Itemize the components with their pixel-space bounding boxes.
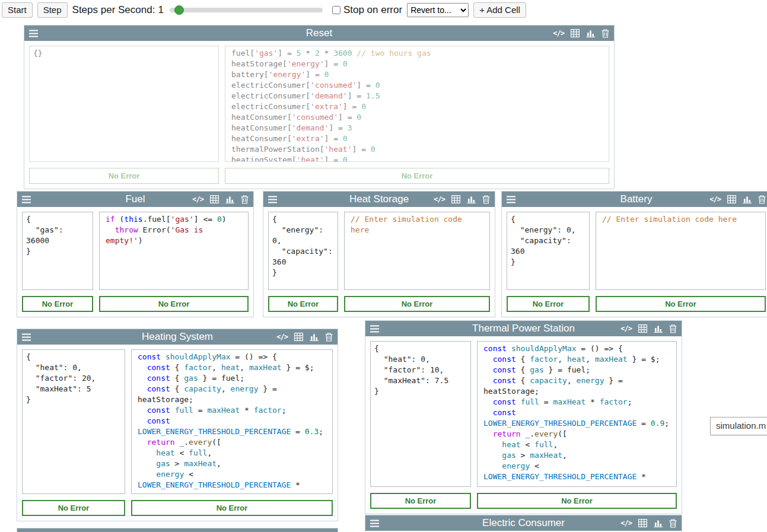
code-editor[interactable]: // Enter simulation code here xyxy=(344,212,490,290)
cell-header: Heat Storage </> xyxy=(263,192,495,207)
state-editor[interactable]: {} xyxy=(29,46,219,162)
add-cell-button[interactable]: + Add Cell xyxy=(473,2,526,18)
steps-per-second-value: 1 xyxy=(158,4,163,16)
drag-handle-icon[interactable] xyxy=(370,325,379,333)
code-view-icon[interactable]: </> xyxy=(553,29,564,37)
table-view-icon[interactable] xyxy=(638,324,647,333)
code-status: No Error xyxy=(225,168,609,184)
code-view-icon[interactable]: </> xyxy=(434,195,445,203)
table-view-icon[interactable] xyxy=(294,333,303,341)
drag-handle-icon[interactable] xyxy=(22,333,31,341)
header-actions: </> xyxy=(276,329,333,345)
state-editor[interactable]: { "gas": 36000 } xyxy=(22,212,93,290)
state-status: No Error xyxy=(29,168,219,184)
code-view-icon[interactable]: </> xyxy=(709,195,721,203)
drag-handle-icon[interactable] xyxy=(268,196,277,203)
state-editor[interactable]: { "heat": 0, "factor": 10, "maxHeat": 7.… xyxy=(370,341,471,487)
chart-view-icon[interactable] xyxy=(743,195,752,203)
cell-header: Battery </> xyxy=(502,192,767,207)
cell-thermal-power-station: Thermal Power Station </> { "heat": 0, "… xyxy=(365,320,682,514)
cell-fuel: Fuel </> { "gas": 36000 } if (this.fuel[… xyxy=(17,191,254,317)
stop-on-error-label: Stop on error xyxy=(343,4,402,16)
drag-handle-icon[interactable] xyxy=(507,196,515,203)
delete-cell-icon[interactable] xyxy=(669,519,677,528)
stop-on-error-checkbox[interactable] xyxy=(332,6,340,14)
cell-body: { "heat": 0, "factor": 20, "maxHeat": 5 … xyxy=(17,345,338,521)
cell-electric-consumer: Electric Consumer </> xyxy=(365,515,682,532)
delete-cell-icon[interactable] xyxy=(601,29,609,38)
chart-view-icon[interactable] xyxy=(654,519,663,527)
code-status: No Error xyxy=(596,296,766,312)
state-status: No Error xyxy=(22,296,93,312)
cell-header xyxy=(17,528,338,532)
cell-body: { "energy": 0, "capacity": 360 } // Ente… xyxy=(263,207,495,317)
table-view-icon[interactable] xyxy=(571,29,580,37)
code-editor[interactable]: if (this.fuel['gas'] <= 0) throw Error('… xyxy=(99,212,249,290)
code-editor[interactable]: const shouldApplyMax = () => { const { f… xyxy=(131,349,333,494)
stop-on-error-control: Stop on error xyxy=(332,4,402,16)
delete-cell-icon[interactable] xyxy=(241,195,249,204)
table-view-icon[interactable] xyxy=(638,519,647,527)
start-button[interactable]: Start xyxy=(2,2,33,18)
code-view-icon[interactable]: </> xyxy=(192,195,203,203)
drag-handle-icon[interactable] xyxy=(370,520,379,527)
chart-view-icon[interactable] xyxy=(654,324,663,333)
code-view-icon[interactable]: </> xyxy=(620,519,632,527)
table-view-icon[interactable] xyxy=(727,195,736,203)
drag-handle-icon[interactable] xyxy=(29,30,38,37)
toolbar: Start Step Steps per Second:1 Stop on er… xyxy=(0,0,767,20)
cell-header: Electric Consumer </> xyxy=(365,515,682,531)
cell-header: Thermal Power Station </> xyxy=(365,321,682,336)
steps-slider[interactable] xyxy=(170,5,323,15)
delete-cell-icon[interactable] xyxy=(669,324,677,333)
code-view-icon[interactable]: </> xyxy=(620,324,632,333)
slider-track xyxy=(170,8,323,12)
state-editor[interactable]: { "energy": 0, "capacity": 360 } xyxy=(268,212,338,290)
state-editor[interactable]: { "energy": 0, "capacity": 360 } xyxy=(507,212,590,290)
cell-body: {} fuel['gas'] = 5 * 2 * 3600 // two hou… xyxy=(24,41,614,189)
chart-view-icon[interactable] xyxy=(225,195,234,203)
cell-heat-storage: Heat Storage </> { "energy": 0, "capacit… xyxy=(263,191,495,317)
cell-body: { "heat": 0, "factor": 10, "maxHeat": 7.… xyxy=(365,336,682,514)
chart-view-icon[interactable] xyxy=(467,195,476,203)
steps-per-second-label: Steps per Second:1 xyxy=(72,4,164,16)
step-button[interactable]: Step xyxy=(37,2,68,18)
delete-cell-icon[interactable] xyxy=(325,333,333,342)
cell-title: Reset xyxy=(24,27,614,39)
slider-thumb[interactable] xyxy=(174,5,184,15)
state-status: No Error xyxy=(268,296,338,312)
chart-view-icon[interactable] xyxy=(310,333,319,341)
state-status: No Error xyxy=(22,500,125,516)
state-editor[interactable]: { "heat": 0, "factor": 20, "maxHeat": 5 … xyxy=(22,349,125,494)
file-tooltip: simulation.m xyxy=(710,417,767,435)
header-actions: </> xyxy=(620,515,677,531)
code-editor[interactable]: // Enter simulation code here xyxy=(596,212,766,290)
state-status: No Error xyxy=(507,296,590,312)
code-status: No Error xyxy=(344,296,490,312)
delete-cell-icon[interactable] xyxy=(758,195,766,204)
state-status: No Error xyxy=(370,493,471,509)
code-editor[interactable]: fuel['gas'] = 5 * 2 * 3600 // two hours … xyxy=(225,46,609,162)
app-root: Start Step Steps per Second:1 Stop on er… xyxy=(0,0,767,532)
cell-body: { "gas": 36000 } if (this.fuel['gas'] <=… xyxy=(17,207,253,317)
revert-select[interactable]: Revert to... xyxy=(407,3,469,17)
cell-header: Reset </> xyxy=(24,26,614,41)
cell-heating-system: Heating System </> { "heat": 0, "factor"… xyxy=(17,329,338,521)
cell-header: Heating System </> xyxy=(17,329,338,345)
header-actions: </> xyxy=(434,192,490,207)
table-view-icon[interactable] xyxy=(210,195,219,203)
table-view-icon[interactable] xyxy=(451,195,460,203)
cell-battery: Battery </> { "energy": 0, "capacity": 3… xyxy=(501,191,767,317)
code-status: No Error xyxy=(477,493,677,509)
header-actions: </> xyxy=(192,192,249,207)
drag-handle-icon[interactable] xyxy=(22,196,31,203)
code-editor[interactable]: const shouldApplyMax = () => { const { f… xyxy=(477,341,677,487)
code-view-icon[interactable]: </> xyxy=(276,333,288,341)
delete-cell-icon[interactable] xyxy=(482,195,490,204)
chart-view-icon[interactable] xyxy=(586,29,595,37)
cell-body: { "energy": 0, "capacity": 360 } // Ente… xyxy=(502,207,767,317)
code-status: No Error xyxy=(99,296,249,312)
cell-header: Fuel </> xyxy=(17,192,253,207)
header-actions: </> xyxy=(709,192,766,207)
cell-partial xyxy=(17,528,338,532)
